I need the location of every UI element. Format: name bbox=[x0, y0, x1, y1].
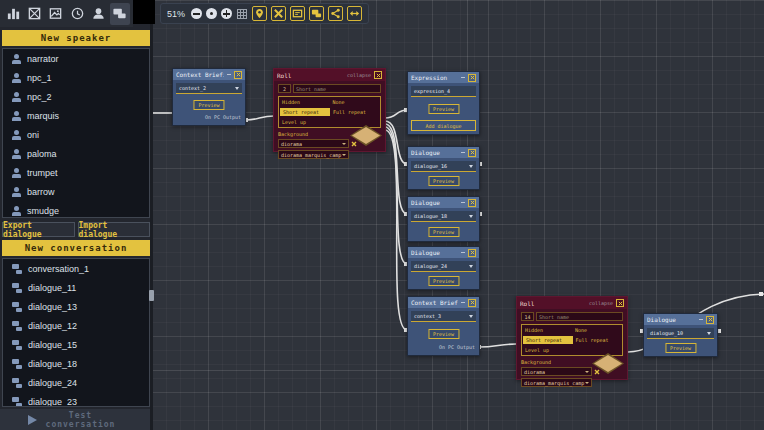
close-icon[interactable] bbox=[468, 249, 476, 257]
close-icon[interactable] bbox=[468, 199, 476, 207]
node-dialogue-4[interactable]: Dialogue dialogue_10 Preview bbox=[643, 313, 718, 357]
preview-button[interactable]: Preview bbox=[665, 343, 696, 353]
node-header[interactable]: Dialogue bbox=[644, 314, 717, 325]
node-header[interactable]: Expression bbox=[408, 72, 479, 83]
collapse-label[interactable]: collapse bbox=[347, 72, 371, 78]
scene-select[interactable]: diorama bbox=[521, 367, 592, 376]
short-name-field[interactable]: Short name bbox=[536, 312, 623, 321]
node-context-briefing-2[interactable]: Context Briefing context_3 Preview On PC… bbox=[407, 296, 480, 356]
import-dialogue-button[interactable]: Import dialogue bbox=[78, 222, 151, 237]
node-dialogue-1[interactable]: Dialogue dialogue_16 Preview bbox=[407, 146, 480, 190]
speaker-list[interactable]: narrator npc_1 npc_2 marquis oni paloma … bbox=[2, 48, 150, 218]
scene-file-select[interactable]: diorama_marquis_camp bbox=[521, 378, 592, 387]
short-name-field[interactable]: Short name bbox=[293, 84, 381, 93]
node-header[interactable]: Roll collapse bbox=[274, 69, 385, 81]
minimize-icon[interactable] bbox=[461, 77, 465, 78]
node-header[interactable]: Dialogue bbox=[408, 247, 479, 258]
option-short-repeat-selected[interactable]: Short repeat bbox=[523, 336, 573, 344]
preview-button[interactable]: Preview bbox=[428, 329, 459, 339]
option-level-up[interactable]: Level up bbox=[522, 347, 572, 353]
crate-icon[interactable] bbox=[24, 3, 44, 25]
minimize-icon[interactable] bbox=[227, 74, 231, 75]
delete-node-button[interactable] bbox=[271, 6, 286, 21]
location-pin-button[interactable] bbox=[252, 6, 267, 21]
node-header[interactable]: Roll collapse bbox=[517, 297, 627, 309]
preview-button[interactable]: Preview bbox=[193, 100, 224, 110]
chat-icon[interactable] bbox=[110, 3, 130, 25]
node-header[interactable]: Context Briefing bbox=[173, 69, 245, 80]
zoom-out-button[interactable] bbox=[191, 8, 202, 19]
close-icon[interactable] bbox=[468, 299, 476, 307]
option-none[interactable]: None bbox=[330, 99, 381, 105]
add-dialogue-button[interactable]: Add dialogue bbox=[411, 120, 476, 131]
list-item: marquis bbox=[3, 106, 149, 125]
minimize-icon[interactable] bbox=[461, 302, 465, 303]
dialogue-select[interactable]: dialogue_18 bbox=[411, 211, 476, 222]
preview-button[interactable]: Preview bbox=[428, 227, 459, 237]
collapse-label[interactable]: collapse bbox=[589, 300, 613, 306]
dialogue-select[interactable]: dialogue_16 bbox=[411, 161, 476, 172]
sidebar-resize-grip[interactable] bbox=[149, 290, 154, 301]
frame-node-button[interactable] bbox=[290, 6, 305, 21]
test-conversation-button[interactable]: Test conversation bbox=[0, 409, 152, 430]
dialogue-select[interactable]: dialogue_24 bbox=[411, 261, 476, 272]
clock-icon[interactable] bbox=[67, 3, 87, 25]
close-icon[interactable] bbox=[374, 71, 382, 79]
node-dialogue-2[interactable]: Dialogue dialogue_18 Preview bbox=[407, 196, 480, 242]
preview-button[interactable]: Preview bbox=[428, 104, 459, 114]
context-select[interactable]: context_3 bbox=[411, 311, 476, 322]
sidebar-resize-handle[interactable] bbox=[150, 0, 153, 430]
dialogue-node-button[interactable] bbox=[309, 6, 324, 21]
zoom-in-button[interactable] bbox=[221, 8, 232, 19]
preview-button[interactable]: Preview bbox=[428, 276, 459, 286]
new-speaker-button[interactable]: New speaker bbox=[2, 30, 150, 46]
minimize-icon[interactable] bbox=[461, 152, 465, 153]
background-thumbnail-diamond[interactable] bbox=[350, 125, 382, 146]
dialogue-select[interactable]: dialogue_10 bbox=[647, 328, 714, 339]
option-hidden[interactable]: Hidden bbox=[279, 99, 330, 105]
close-icon[interactable] bbox=[468, 149, 476, 157]
close-icon[interactable] bbox=[706, 316, 714, 324]
minimize-icon[interactable] bbox=[699, 319, 703, 320]
chevron-down-icon bbox=[469, 215, 473, 218]
conversation-icon bbox=[12, 283, 22, 293]
node-header[interactable]: Dialogue bbox=[408, 147, 479, 158]
node-header[interactable]: Context Briefing bbox=[408, 297, 479, 308]
preview-button[interactable]: Preview bbox=[428, 176, 459, 186]
node-roll-2[interactable]: Roll collapse 14 Short name Hidden None … bbox=[516, 296, 628, 380]
roll-id-field[interactable]: 2 bbox=[278, 84, 291, 93]
sidebar-tab-bar bbox=[0, 0, 133, 27]
context-select[interactable]: context_2 bbox=[176, 83, 242, 94]
option-level-up[interactable]: Level up bbox=[279, 119, 330, 125]
node-dialogue-3[interactable]: Dialogue dialogue_24 Preview bbox=[407, 246, 480, 290]
roll-id-field[interactable]: 14 bbox=[521, 312, 534, 321]
option-full-repeat[interactable]: Full repeat bbox=[330, 109, 380, 115]
branch-node-button[interactable] bbox=[328, 6, 343, 21]
close-icon[interactable] bbox=[616, 299, 624, 307]
option-hidden[interactable]: Hidden bbox=[522, 327, 572, 333]
new-conversation-button[interactable]: New conversation bbox=[2, 240, 150, 256]
scene-file-select[interactable]: diorama_marquis_camp bbox=[278, 150, 349, 159]
close-icon[interactable] bbox=[468, 74, 476, 82]
scene-select[interactable]: diorama bbox=[278, 139, 349, 148]
background-thumbnail-diamond[interactable] bbox=[592, 353, 624, 374]
export-dialogue-button[interactable]: Export dialogue bbox=[2, 222, 75, 237]
zoom-reset-button[interactable] bbox=[206, 8, 217, 19]
expression-field[interactable]: expression_4 bbox=[411, 86, 476, 97]
node-header[interactable]: Dialogue bbox=[408, 197, 479, 208]
node-context-briefing-1[interactable]: Context Briefing context_2 Preview On PC… bbox=[172, 68, 246, 126]
minimize-icon[interactable] bbox=[461, 202, 465, 203]
option-short-repeat-selected[interactable]: Short repeat bbox=[280, 108, 330, 116]
snap-grid-icon[interactable] bbox=[236, 8, 248, 20]
image-icon[interactable] bbox=[46, 3, 66, 25]
option-full-repeat[interactable]: Full repeat bbox=[573, 337, 623, 343]
node-expression[interactable]: Expression expression_4 Preview Add dial… bbox=[407, 71, 480, 135]
conversation-list[interactable]: conversation_1 dialogue_11 dialogue_13 d… bbox=[2, 258, 150, 407]
node-roll-1[interactable]: Roll collapse 2 Short name Hidden None S… bbox=[273, 68, 386, 152]
close-icon[interactable] bbox=[234, 71, 242, 79]
option-none[interactable]: None bbox=[572, 327, 622, 333]
swap-arrows-button[interactable] bbox=[347, 6, 362, 21]
character-icon[interactable] bbox=[88, 3, 108, 25]
minimize-icon[interactable] bbox=[461, 252, 465, 253]
chart-icon[interactable] bbox=[3, 3, 23, 25]
